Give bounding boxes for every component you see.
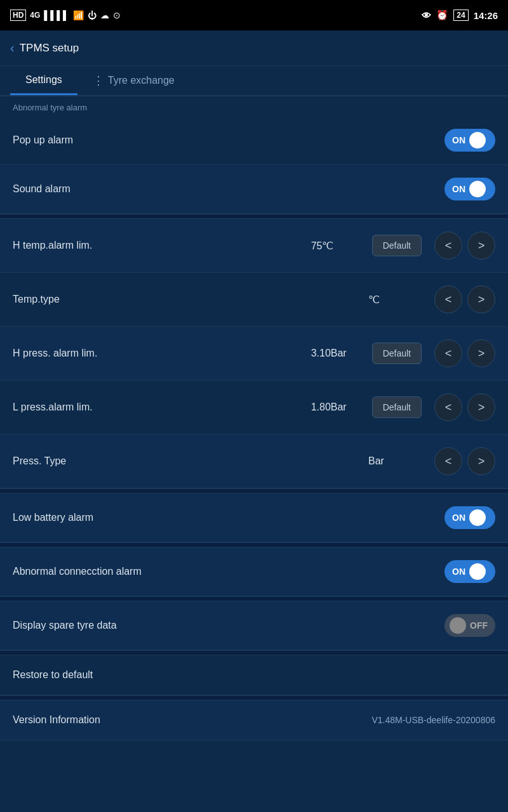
version-info-label: Version Information	[13, 714, 371, 726]
popup-alarm-label: Pop up alarm	[13, 134, 444, 146]
h-press-prev-button[interactable]: <	[434, 339, 462, 367]
tab-tyre-exchange[interactable]: ⋮ Tyre exchange	[77, 66, 190, 95]
press-type-row: Press. Type Bar < >	[0, 435, 508, 488]
display-spare-toggle-label: OFF	[470, 620, 488, 631]
low-battery-toggle[interactable]: ON	[444, 506, 495, 529]
battery-icon: 24	[453, 10, 468, 21]
h-temp-alarm-value: 75℃	[311, 240, 362, 252]
settings-container: Abnormal tyre alarm Pop up alarm ON Soun…	[0, 96, 508, 740]
l-press-nav-buttons: < >	[429, 393, 495, 421]
l-press-default-button[interactable]: Default	[372, 396, 422, 418]
h-temp-prev-button[interactable]: <	[434, 232, 462, 259]
toggle-circle	[469, 132, 486, 148]
shield-icon: ⊙	[113, 10, 121, 20]
toggle-circle-connection	[469, 563, 486, 580]
divider-2	[0, 488, 508, 494]
prev-icon-2: <	[445, 293, 452, 306]
network-icon: 4G	[30, 11, 40, 20]
popup-alarm-row: Pop up alarm ON	[0, 116, 508, 165]
sound-alarm-toggle[interactable]: ON	[444, 178, 495, 200]
temp-type-prev-button[interactable]: <	[434, 285, 462, 313]
h-press-alarm-label: H press. alarm lim.	[13, 348, 311, 359]
tab-tyre-exchange-label: Tyre exchange	[108, 75, 175, 86]
abnormal-connection-toggle[interactable]: ON	[444, 560, 495, 583]
version-info-value: V1.48M-USB-deelife-20200806	[371, 715, 495, 725]
temp-type-value: ℃	[368, 294, 419, 306]
h-press-alarm-row: H press. alarm lim. 3.10Bar Default < >	[0, 327, 508, 381]
back-button[interactable]: ‹ TPMS setup	[10, 41, 79, 55]
alarm-icon: ⏰	[436, 10, 448, 21]
divider-6	[0, 695, 508, 700]
popup-alarm-toggle-label: ON	[452, 135, 465, 145]
l-press-alarm-value: 1.80Bar	[311, 402, 362, 413]
prev-icon: <	[445, 239, 452, 252]
divider-1	[0, 214, 508, 219]
divider-4	[0, 596, 508, 601]
temp-type-next-button[interactable]: >	[467, 285, 495, 313]
temp-type-label: Temp.type	[13, 294, 368, 305]
low-battery-row: Low battery alarm ON	[0, 494, 508, 542]
display-spare-toggle[interactable]: OFF	[444, 614, 495, 637]
time-display: 14:26	[474, 10, 498, 21]
status-bar: HD 4G ▌▌▌▌ 📶 ⏻ ☁ ⊙ 👁 ⏰ 24 14:26	[0, 0, 508, 30]
abnormal-alarm-header: Abnormal tyre alarm	[0, 96, 508, 116]
restore-default-label: Restore to default	[13, 669, 93, 681]
next-icon-2: >	[478, 293, 485, 306]
press-type-nav-buttons: < >	[429, 447, 495, 475]
sound-alarm-label: Sound alarm	[13, 183, 444, 195]
back-arrow-icon: ‹	[10, 41, 15, 55]
divider-3	[0, 542, 508, 547]
display-spare-label: Display spare tyre data	[13, 620, 444, 631]
top-bar: ‹ TPMS setup	[0, 30, 508, 66]
tabs-bar: Settings ⋮ Tyre exchange	[0, 66, 508, 96]
h-press-alarm-value: 3.10Bar	[311, 348, 362, 359]
cloud-icon: ☁	[100, 10, 109, 20]
prev-icon-4: <	[445, 401, 452, 414]
toggle-circle-sound	[469, 181, 486, 197]
low-battery-label: Low battery alarm	[13, 512, 444, 523]
h-temp-alarm-row: H temp.alarm lim. 75℃ Default < >	[0, 219, 508, 273]
abnormal-connection-label: Abnormal connecction alarm	[13, 566, 444, 577]
h-temp-alarm-label: H temp.alarm lim.	[13, 240, 311, 251]
tab-settings[interactable]: Settings	[10, 66, 77, 95]
press-type-next-button[interactable]: >	[467, 447, 495, 475]
popup-alarm-toggle[interactable]: ON	[444, 129, 495, 152]
next-icon: >	[478, 239, 485, 252]
h-press-default-button[interactable]: Default	[372, 343, 422, 364]
low-battery-toggle-label: ON	[452, 513, 465, 523]
press-type-prev-button[interactable]: <	[434, 447, 462, 475]
l-press-next-button[interactable]: >	[467, 393, 495, 421]
abnormal-connection-row: Abnormal connecction alarm ON	[0, 547, 508, 596]
sound-alarm-row: Sound alarm ON	[0, 165, 508, 214]
status-right-icons: 👁 ⏰ 24 14:26	[422, 10, 498, 21]
h-temp-next-button[interactable]: >	[467, 232, 495, 259]
tab-settings-label: Settings	[25, 74, 62, 86]
next-icon-5: >	[478, 455, 485, 468]
signal-icon: ▌▌▌▌	[44, 10, 69, 20]
temp-type-row: Temp.type ℃ < >	[0, 273, 508, 327]
restore-default-row[interactable]: Restore to default	[0, 655, 508, 695]
l-press-alarm-label: L press.alarm lim.	[13, 402, 311, 413]
h-temp-default-button[interactable]: Default	[372, 235, 422, 256]
l-press-alarm-row: L press.alarm lim. 1.80Bar Default < >	[0, 381, 508, 435]
tab-dots-icon: ⋮	[93, 74, 104, 88]
next-icon-3: >	[478, 347, 485, 360]
press-type-label: Press. Type	[13, 455, 368, 467]
h-temp-nav-buttons: < >	[429, 232, 495, 259]
version-info-row: Version Information V1.48M-USB-deelife-2…	[0, 700, 508, 740]
h-press-nav-buttons: < >	[429, 339, 495, 367]
toggle-circle-spare	[450, 617, 466, 634]
next-icon-4: >	[478, 401, 485, 414]
h-press-next-button[interactable]: >	[467, 339, 495, 367]
toggle-circle-battery	[469, 509, 486, 526]
l-press-prev-button[interactable]: <	[434, 393, 462, 421]
press-type-value: Bar	[368, 455, 419, 467]
prev-icon-5: <	[445, 455, 452, 468]
divider-5	[0, 650, 508, 655]
sound-alarm-toggle-label: ON	[452, 184, 465, 194]
abnormal-connection-toggle-label: ON	[452, 566, 465, 577]
display-spare-row: Display spare tyre data OFF	[0, 601, 508, 650]
page-title: TPMS setup	[20, 42, 79, 55]
wifi-icon: 📶	[73, 10, 84, 20]
status-left-icons: HD 4G ▌▌▌▌ 📶 ⏻ ☁ ⊙	[10, 10, 121, 21]
